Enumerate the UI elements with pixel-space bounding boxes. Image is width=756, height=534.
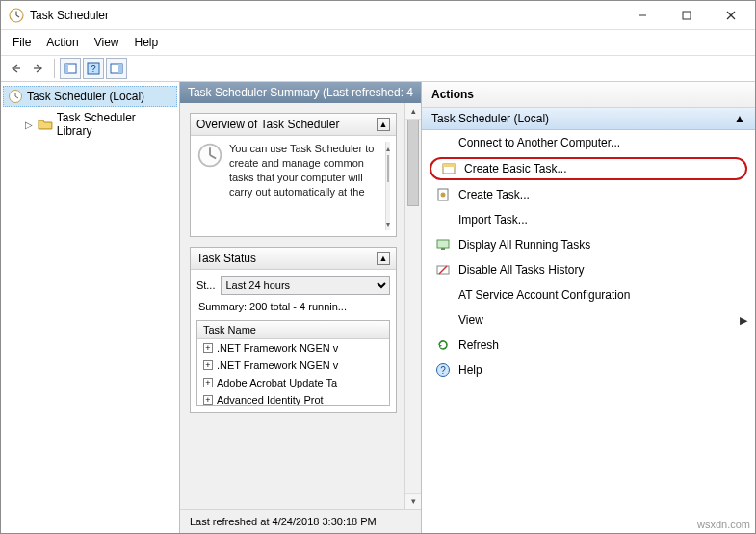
action-item-5[interactable]: Disable All Tasks History bbox=[422, 257, 755, 282]
task-row[interactable]: +.NET Framework NGEN v bbox=[197, 339, 389, 357]
show-action-pane-button[interactable] bbox=[106, 58, 127, 79]
overview-title: Overview of Task Scheduler bbox=[196, 118, 340, 131]
status-group: Task Status ▲ St... Last 24 hours Summar… bbox=[190, 247, 397, 413]
menu-help[interactable]: Help bbox=[127, 33, 167, 52]
svg-rect-22 bbox=[443, 164, 455, 167]
app-icon bbox=[9, 8, 24, 23]
help-icon: ? bbox=[435, 362, 451, 378]
center-footer: Last refreshed at 4/24/2018 3:30:18 PM bbox=[180, 509, 421, 533]
overview-scrollbar[interactable]: ▴▾ bbox=[385, 142, 390, 230]
refresh-icon bbox=[435, 337, 451, 353]
svg-rect-10 bbox=[65, 64, 68, 73]
action-item-9[interactable]: ?Help bbox=[422, 358, 755, 383]
titlebar: Task Scheduler bbox=[1, 1, 755, 30]
svg-rect-4 bbox=[683, 12, 691, 19]
wizard-icon bbox=[441, 161, 456, 176]
actions-context-label: Task Scheduler (Local) bbox=[431, 112, 549, 125]
menubar: File Action View Help bbox=[1, 30, 755, 55]
show-hide-tree-button[interactable] bbox=[60, 58, 81, 79]
actions-title: Actions bbox=[422, 82, 755, 108]
minimize-button[interactable] bbox=[620, 2, 665, 29]
action-item-7[interactable]: View▶ bbox=[422, 307, 755, 333]
tree-pane: Task Scheduler (Local) ▷ Task Scheduler … bbox=[1, 82, 180, 533]
action-label: Help bbox=[458, 363, 747, 377]
svg-text:?: ? bbox=[91, 64, 96, 74]
status-header[interactable]: Task Status ▲ bbox=[191, 248, 396, 270]
close-button[interactable] bbox=[709, 2, 753, 29]
window-controls bbox=[620, 2, 753, 29]
task-row[interactable]: +.NET Framework NGEN v bbox=[197, 357, 389, 374]
blank-icon bbox=[435, 287, 451, 303]
task-list-header[interactable]: Task Name bbox=[197, 321, 389, 339]
action-label: Create Task... bbox=[458, 188, 747, 201]
action-item-2[interactable]: Create Task... bbox=[422, 182, 755, 207]
toolbar-divider bbox=[54, 59, 55, 78]
menu-file[interactable]: File bbox=[5, 33, 39, 52]
expand-icon[interactable]: + bbox=[203, 360, 213, 370]
status-range-label: St... bbox=[196, 280, 216, 291]
window-title: Task Scheduler bbox=[30, 9, 620, 22]
blank-icon bbox=[435, 312, 451, 328]
chevron-right-icon: ▶ bbox=[740, 314, 747, 327]
clock-large-icon bbox=[196, 142, 223, 169]
svg-point-24 bbox=[441, 193, 446, 198]
action-item-8[interactable]: Refresh bbox=[422, 333, 755, 358]
collapse-icon[interactable]: ▲ bbox=[377, 118, 390, 131]
action-label: View bbox=[458, 313, 732, 327]
display-icon bbox=[435, 237, 451, 253]
watermark: wsxdn.com bbox=[697, 519, 750, 530]
blank-icon bbox=[435, 212, 451, 227]
collapse-icon[interactable]: ▲ bbox=[734, 112, 745, 125]
actions-list: Connect to Another Computer...Create Bas… bbox=[422, 130, 755, 533]
toolbar: ? bbox=[1, 55, 755, 82]
action-label: Import Task... bbox=[458, 213, 747, 227]
help-toolbar-button[interactable]: ? bbox=[83, 58, 104, 79]
status-range-select[interactable]: Last 24 hours bbox=[221, 276, 390, 295]
nav-forward-button[interactable] bbox=[28, 58, 49, 79]
svg-rect-25 bbox=[437, 240, 449, 248]
tree-root-label: Task Scheduler (Local) bbox=[27, 90, 144, 103]
maximize-button[interactable] bbox=[665, 2, 709, 29]
tree-root-node[interactable]: Task Scheduler (Local) bbox=[3, 86, 177, 107]
app-window: Task Scheduler File Action View Help ? T… bbox=[0, 0, 756, 534]
action-item-6[interactable]: AT Service Account Configuration bbox=[422, 282, 755, 307]
action-label: AT Service Account Configuration bbox=[458, 288, 747, 302]
task-row[interactable]: +Advanced Identity Prot bbox=[197, 391, 389, 406]
center-pane: Task Scheduler Summary (Last refreshed: … bbox=[180, 82, 422, 533]
overview-text: You can use Task Scheduler to create and… bbox=[229, 142, 379, 230]
status-summary: Summary: 200 total - 4 runnin... bbox=[196, 301, 390, 314]
expand-icon[interactable]: + bbox=[203, 395, 213, 405]
tree-expand-icon[interactable]: ▷ bbox=[24, 120, 34, 130]
tree-child-node[interactable]: ▷ Task Scheduler Library bbox=[3, 109, 177, 140]
action-label: Refresh bbox=[458, 338, 747, 352]
svg-rect-26 bbox=[441, 248, 445, 250]
action-label: Disable All Tasks History bbox=[458, 263, 747, 277]
overview-header[interactable]: Overview of Task Scheduler ▲ bbox=[191, 114, 396, 136]
action-label: Create Basic Task... bbox=[464, 162, 740, 175]
action-item-0[interactable]: Connect to Another Computer... bbox=[422, 130, 755, 155]
clock-icon bbox=[8, 89, 23, 104]
center-scrollbar[interactable]: ▴ ▾ bbox=[404, 103, 421, 509]
expand-icon[interactable]: + bbox=[203, 343, 213, 353]
nav-back-button[interactable] bbox=[5, 58, 26, 79]
tree-child-label: Task Scheduler Library bbox=[57, 111, 173, 138]
task-row[interactable]: +Adobe Acrobat Update Ta bbox=[197, 374, 389, 391]
body: Task Scheduler (Local) ▷ Task Scheduler … bbox=[1, 82, 755, 533]
task-list: Task Name +.NET Framework NGEN v +.NET F… bbox=[196, 320, 390, 406]
action-item-1[interactable]: Create Basic Task... bbox=[430, 157, 747, 180]
expand-icon[interactable]: + bbox=[203, 378, 213, 387]
action-item-4[interactable]: Display All Running Tasks bbox=[422, 232, 755, 257]
task-icon bbox=[435, 187, 451, 202]
actions-pane: Actions Task Scheduler (Local) ▲ Connect… bbox=[422, 82, 755, 533]
center-content: Overview of Task Scheduler ▲ You can use… bbox=[180, 103, 404, 509]
svg-text:?: ? bbox=[440, 365, 446, 376]
collapse-icon[interactable]: ▲ bbox=[377, 252, 390, 265]
actions-context-header[interactable]: Task Scheduler (Local) ▲ bbox=[422, 108, 755, 130]
center-header: Task Scheduler Summary (Last refreshed: … bbox=[180, 82, 421, 103]
menu-view[interactable]: View bbox=[87, 33, 127, 52]
action-item-3[interactable]: Import Task... bbox=[422, 207, 755, 232]
action-label: Connect to Another Computer... bbox=[458, 136, 747, 149]
menu-action[interactable]: Action bbox=[39, 33, 86, 52]
disable-icon bbox=[435, 262, 451, 278]
action-label: Display All Running Tasks bbox=[458, 238, 747, 252]
